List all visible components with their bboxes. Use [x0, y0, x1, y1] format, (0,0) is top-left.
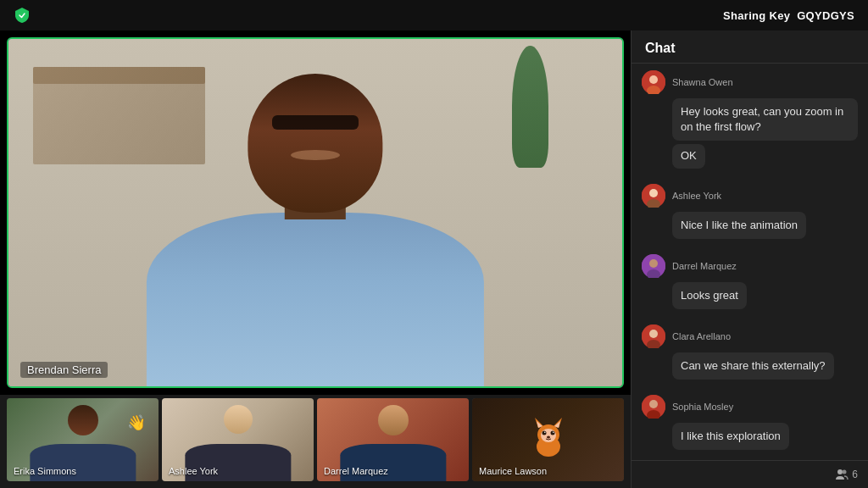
chat-panel: Chat Shawna Owen Hey looks great, can yo… — [631, 30, 868, 488]
svg-point-10 — [553, 431, 554, 433]
logo-area — [14, 7, 31, 24]
thumb-name-maurice: Maurice Lawson — [479, 466, 547, 476]
sender-row-darrel: Darrel Marquez — [642, 254, 858, 278]
thumbnail-maurice[interactable]: Maurice Lawson — [472, 398, 624, 481]
avatar-shawna — [642, 70, 665, 94]
sender-name-clara: Clara Arellano — [672, 331, 731, 341]
thumb-name-darrel: Darrel Marquez — [324, 466, 388, 476]
sender-name-sophia: Sophia Mosley — [672, 402, 733, 412]
message-group-shawna: Shawna Owen Hey looks great, can you zoo… — [642, 70, 858, 172]
avatar-ashlee — [642, 184, 665, 208]
svg-point-22 — [649, 330, 658, 338]
sender-row-shawna: Shawna Owen — [642, 70, 858, 94]
svg-point-9 — [544, 431, 546, 433]
sender-name-darrel: Darrel Marquez — [672, 261, 737, 271]
participant-count-value: 6 — [852, 469, 858, 480]
sender-row-ashlee: Ashlee York — [642, 184, 858, 208]
participant-count: 6 — [835, 468, 858, 481]
message-bubble-shawna-1: Hey looks great, can you zoom in on the … — [672, 98, 858, 141]
sharing-key-value: GQYDGYS — [797, 9, 854, 22]
message-bubble-ashlee: Nice I like the animation — [672, 212, 806, 239]
main-content: Brendan Sierra 👋 Erika Simmons Ashlee Yo — [0, 30, 868, 488]
svg-point-6 — [541, 429, 556, 442]
thumb-name-erika: Erika Simmons — [14, 466, 76, 476]
chat-title: Chat — [645, 41, 854, 56]
svg-point-8 — [550, 431, 554, 435]
avatar-darrel — [642, 254, 665, 278]
svg-point-7 — [542, 431, 546, 435]
sharing-key-label: Sharing Key GQYDGYS — [720, 9, 854, 22]
thumbnail-ashlee[interactable]: Ashlee York — [162, 398, 314, 481]
message-bubble-sophia: I like this exploration — [672, 423, 789, 450]
sender-name-ashlee: Ashlee York — [672, 191, 721, 201]
svg-point-19 — [649, 259, 658, 268]
message-group-sophia: Sophia Mosley I like this exploration — [642, 395, 858, 453]
chat-header: Chat — [632, 30, 868, 64]
fox-avatar-icon — [523, 414, 574, 465]
svg-point-11 — [547, 436, 550, 439]
participants-icon — [835, 468, 849, 481]
sender-row-sophia: Sophia Mosley — [642, 395, 858, 419]
message-group-clara: Clara Arellano Can we share this externa… — [642, 324, 858, 383]
thumbnail-strip: 👋 Erika Simmons Ashlee York Darrel Marqu… — [0, 395, 631, 488]
sender-row-clara: Clara Arellano — [642, 324, 858, 348]
svg-point-13 — [649, 75, 658, 84]
svg-point-25 — [649, 400, 658, 408]
message-bubble-clara: Can we share this externally? — [672, 352, 834, 380]
message-bubble-darrel: Looks great — [672, 282, 747, 309]
shield-icon — [14, 7, 31, 24]
speaker-name-label: Brendan Sierra — [20, 362, 108, 378]
sender-name-shawna: Shawna Owen — [672, 77, 733, 87]
thumbnail-darrel[interactable]: Darrel Marquez — [317, 398, 469, 481]
chat-messages[interactable]: Shawna Owen Hey looks great, can you zoo… — [632, 64, 868, 460]
avatar-clara — [642, 324, 665, 348]
svg-point-16 — [649, 189, 658, 197]
top-bar: Sharing Key GQYDGYS — [0, 0, 868, 30]
main-video-background — [8, 39, 622, 386]
message-bubble-shawna-2: OK — [672, 144, 705, 168]
thumb-name-ashlee: Ashlee York — [169, 466, 218, 476]
message-group-darrel: Darrel Marquez Looks great — [642, 254, 858, 313]
svg-point-34 — [837, 469, 843, 474]
message-group-ashlee: Ashlee York Nice I like the animation — [642, 184, 858, 242]
svg-point-35 — [843, 470, 847, 474]
chat-bottom: 6 — [632, 460, 868, 488]
avatar-sophia — [642, 395, 665, 419]
thumbnail-erika[interactable]: 👋 Erika Simmons — [7, 398, 159, 481]
main-video: Brendan Sierra — [7, 37, 624, 388]
video-area: Brendan Sierra 👋 Erika Simmons Ashlee Yo — [0, 30, 631, 488]
